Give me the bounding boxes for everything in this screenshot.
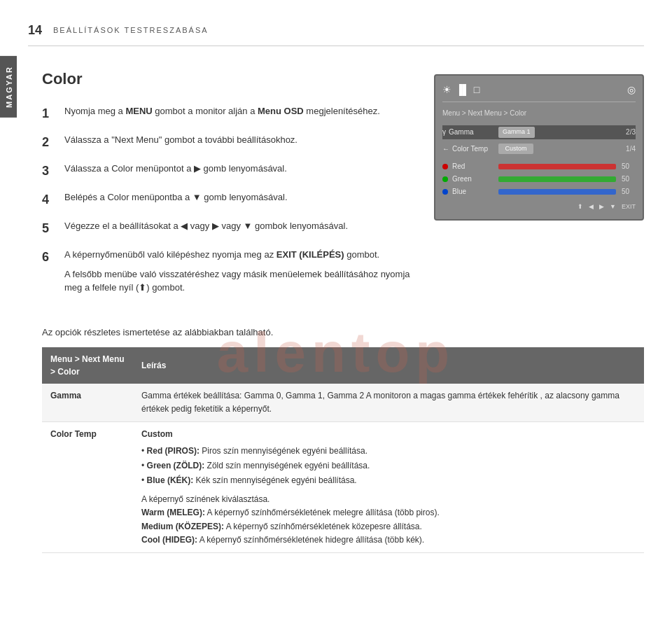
table-body: Gamma Gamma értékek beállítása: Gamma 0,…: [42, 384, 644, 552]
blue-dot: [442, 189, 448, 195]
step-text-5: Végezze el a beállításokat a ◀ vagy ▶ va…: [64, 219, 348, 233]
page: MAGYAR 14 BEÁLLÍTÁSOK TESTRESZABÁSA Colo…: [0, 0, 672, 642]
content-area: Color 1 Nyomja meg a MENU gombot a monit…: [42, 67, 644, 305]
table-row-gamma: Gamma Gamma értékek beállítása: Gamma 0,…: [42, 384, 644, 422]
green-text: Green: [452, 174, 472, 184]
extra-warm: Warm (MELEG): A képernyő színhőmérséklet…: [141, 506, 636, 519]
circle-icon: ◎: [627, 83, 636, 97]
monitor-footer: ⬆ ◀ ▶ ▼ EXIT: [442, 202, 636, 212]
monitor-ui-header: ☀ ▐▌ □ ◎: [442, 83, 636, 102]
bullet-blue: Blue (KÉK): Kék szín mennyiségének egyén…: [141, 474, 636, 487]
step-4: 4 Belépés a Color menüpontba a ▼ gomb le…: [42, 190, 413, 209]
colortemp-value: Custom: [498, 144, 533, 155]
step-number-1: 1: [42, 104, 56, 123]
contrast-icon: ▐▌: [456, 83, 470, 97]
red-bar: [498, 164, 616, 169]
nav-right: ▶: [599, 202, 604, 212]
red-number: 50: [622, 161, 636, 172]
gamma-symbol: γ: [442, 127, 446, 137]
step-text-4: Belépés a Color menüpontba a ▼ gomb leny…: [64, 190, 288, 204]
colortemp-number: 1/4: [626, 144, 636, 154]
col-desc: Leírás: [133, 347, 644, 384]
red-label: Red: [442, 161, 498, 172]
colortemp-text: Color Temp: [452, 144, 488, 154]
arrow-symbol: ←: [442, 144, 449, 154]
step-number-5: 5: [42, 219, 56, 238]
gamma-menu-cell: Gamma: [42, 384, 133, 422]
bullet-green: Green (ZÖLD): Zöld szín mennyiségének eg…: [141, 459, 636, 473]
colortemp-desc-cell: Custom Red (PIROS): Piros szín mennyiség…: [133, 422, 644, 553]
step-number-3: 3: [42, 162, 56, 181]
monitor-ui: ☀ ▐▌ □ ◎ Menu > Next Menu > Color γ Gamm…: [434, 74, 644, 221]
blue-bar-row: Blue 50: [442, 186, 636, 197]
step-3: 3 Válassza a Color menüpontot a ▶ gomb l…: [42, 162, 413, 181]
page-title: BEÁLLÍTÁSOK TESTRESZABÁSA: [53, 25, 209, 36]
left-column: Color 1 Nyomja meg a MENU gombot a monit…: [42, 67, 413, 305]
step-number-6: 6: [42, 248, 56, 267]
step-text-6: A képernyőmenüből való kilépéshez nyomja…: [64, 248, 413, 295]
step-5: 5 Végezze el a beállításokat a ◀ vagy ▶ …: [42, 219, 413, 238]
nav-left: ◀: [589, 202, 594, 212]
green-label: Green: [442, 174, 498, 184]
sun-icon: ☀: [442, 83, 451, 97]
sidebar-label: MAGYAR: [0, 56, 17, 118]
green-dot: [442, 176, 448, 182]
blue-bar: [498, 189, 616, 195]
nav-down: ▼: [610, 202, 616, 212]
green-bar-row: Green 50: [442, 174, 636, 184]
step-text-1: Nyomja meg a MENU gombot a monitor alján…: [64, 104, 380, 118]
monitor-row-gamma: γ Gamma Gamma 1 2/3: [442, 125, 636, 139]
custom-label: Custom: [141, 428, 636, 441]
extra-medium: Medium (KÖZEPES): A képernyő színhőmérsé…: [141, 520, 636, 533]
step-text-3: Válassza a Color menüpontot a ▶ gomb len…: [64, 162, 287, 176]
colortemp-menu-cell: Color Temp: [42, 422, 133, 553]
step-2: 2 Válassza a "Next Menu" gombot a tovább…: [42, 133, 413, 152]
monitor-breadcrumb: Menu > Next Menu > Color: [442, 108, 636, 118]
step-6: 6 A képernyőmenüből való kilépéshez nyom…: [42, 248, 413, 295]
table-section: Az opciók részletes ismertetése az alább…: [42, 326, 644, 553]
bullet-red: Red (PIROS): Piros szín mennyiségének eg…: [141, 445, 636, 458]
options-table: Menu > Next Menu > Color Leírás Gamma Ga…: [42, 347, 644, 553]
blue-number: 50: [622, 186, 636, 197]
gamma-label: γ Gamma: [442, 127, 498, 137]
gamma-value: Gamma 1: [498, 127, 535, 138]
red-text: Red: [452, 161, 465, 172]
table-header-row: Menu > Next Menu > Color Leírás: [42, 347, 644, 384]
page-header: 14 BEÁLLÍTÁSOK TESTRESZABÁSA: [28, 21, 644, 46]
gamma-text: Gamma: [449, 127, 474, 137]
step-1: 1 Nyomja meg a MENU gombot a monitor alj…: [42, 104, 413, 123]
gamma-number: 2/3: [626, 127, 636, 137]
section-title: Color: [42, 67, 413, 90]
right-column: ☀ ▐▌ □ ◎ Menu > Next Menu > Color γ Gamm…: [434, 67, 644, 305]
gamma-desc-cell: Gamma értékek beállítása: Gamma 0, Gamma…: [133, 384, 644, 422]
step-number-4: 4: [42, 190, 56, 209]
square-icon: □: [474, 83, 479, 97]
table-header: Menu > Next Menu > Color Leírás: [42, 347, 644, 384]
extra-screen-color: A képernyő színének kiválasztása.: [141, 493, 636, 506]
table-intro: Az opciók részletes ismertetése az alább…: [42, 326, 644, 340]
step-number-2: 2: [42, 133, 56, 152]
page-number: 14: [28, 21, 42, 40]
blue-label: Blue: [442, 186, 498, 197]
red-bar-row: Red 50: [442, 161, 636, 172]
nav-up: ⬆: [578, 202, 583, 212]
monitor-row-colortemp: ← Color Temp Custom 1/4: [442, 142, 636, 156]
extra-cool: Cool (HIDEG): A képernyő színhőmérséklet…: [141, 533, 636, 547]
green-number: 50: [622, 174, 636, 184]
blue-text: Blue: [452, 186, 466, 197]
table-row-colortemp: Color Temp Custom Red (PIROS): Piros szí…: [42, 422, 644, 553]
green-bar: [498, 176, 616, 182]
step-text-2: Válassza a "Next Menu" gombot a további …: [64, 133, 298, 147]
red-dot: [442, 164, 448, 169]
colortemp-label: ← Color Temp: [442, 144, 498, 154]
col-menu: Menu > Next Menu > Color: [42, 347, 133, 384]
nav-exit: EXIT: [622, 202, 636, 212]
